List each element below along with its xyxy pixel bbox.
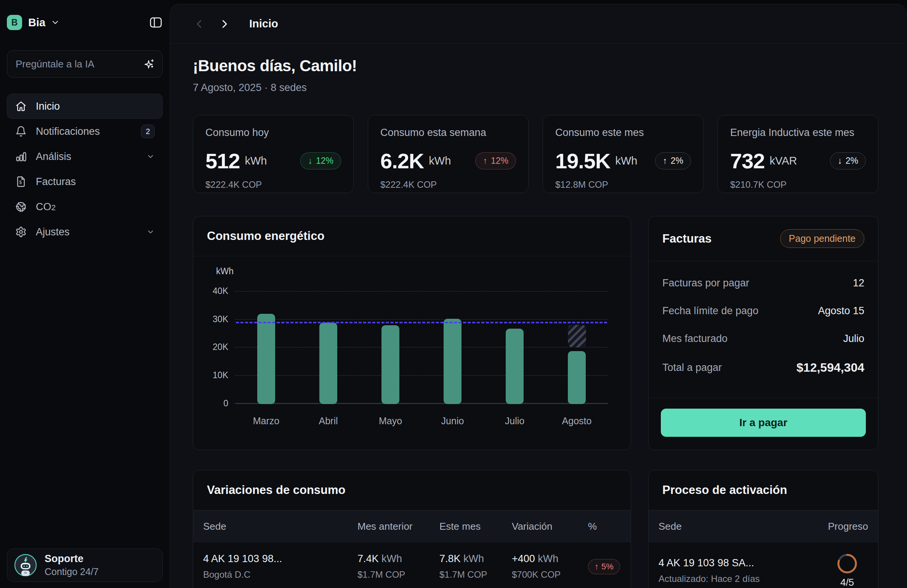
- stat-title: Consumo este mes: [555, 127, 691, 139]
- facturas-row-total: Total a pagar$12,594,304: [662, 361, 864, 375]
- ask-ai-box[interactable]: [7, 50, 163, 78]
- arrow-up-icon: ↑: [483, 156, 487, 166]
- bar-marzo[interactable]: [257, 314, 275, 404]
- y-axis-unit-label: kWh: [216, 266, 608, 276]
- delta-badge: ↑2%: [655, 152, 691, 169]
- x-tick-label: Abril: [297, 415, 359, 427]
- ask-ai-input[interactable]: [16, 58, 143, 70]
- sidebar-item-label: Análisis: [36, 151, 71, 163]
- x-tick-label: Agosto: [546, 415, 608, 427]
- sidebar-item-notificaciones[interactable]: Notificaciones 2: [7, 119, 163, 144]
- delta-badge: ↑12%: [475, 152, 516, 169]
- bar-chart-icon: [15, 151, 27, 162]
- projected-bar-agosto: [568, 325, 586, 347]
- main-panel: Inicio ¡Buenos días, Camilo! 7 Agosto, 2…: [170, 4, 907, 588]
- arrow-down-icon: ↓: [308, 156, 312, 166]
- workspace-switcher[interactable]: B Bia: [7, 14, 163, 31]
- workspace-name: Bia: [28, 16, 45, 29]
- stat-unit: kWh: [429, 155, 451, 167]
- x-tick-label: Julio: [484, 415, 546, 427]
- sidebar-item-inicio[interactable]: Inicio: [7, 94, 163, 119]
- nav-back-icon[interactable]: [194, 18, 205, 30]
- x-tick-label: Mayo: [359, 415, 421, 427]
- facturas-card: Facturas Pago pendiente Facturas por pag…: [648, 216, 878, 450]
- proceso-title: Proceso de activación: [662, 483, 787, 497]
- stat-title: Consumo hoy: [205, 127, 341, 139]
- logo-mark: B: [7, 15, 22, 30]
- table-row[interactable]: 4 AK 19 103 98... Bogotá D.C 7.4K kWh $1…: [193, 542, 631, 588]
- breadcrumb: Inicio: [249, 18, 278, 30]
- support-subtitle: Contigo 24/7: [45, 566, 99, 577]
- stat-cost: $222.4K COP: [380, 179, 516, 190]
- sidebar-nav: Inicio Notificaciones 2 Análisis $ Factu…: [7, 94, 163, 244]
- sparkles-icon: [143, 58, 155, 70]
- stat-value: 512: [205, 149, 240, 173]
- variaciones-title: Variaciones de consumo: [207, 483, 346, 497]
- sidebar-item-co2[interactable]: CO2: [7, 194, 163, 219]
- topbar: Inicio: [170, 4, 907, 44]
- sidebar-item-facturas[interactable]: $ Facturas: [7, 169, 163, 194]
- sede-name: 4 AK 19 103 98...: [203, 553, 357, 565]
- consumption-chart-card: Consumo energético kWh 010K20K30K40K Mar…: [193, 216, 631, 450]
- stat-unit: kVAR: [769, 155, 797, 167]
- stat-card-consumo-mes: Consumo este mes 19.5K kWh ↑2% $12.8M CO…: [543, 115, 703, 193]
- bar-mayo[interactable]: [381, 325, 399, 404]
- sidebar-item-label: Inicio: [36, 101, 60, 112]
- bar-julio[interactable]: [506, 329, 524, 404]
- variacion-value: +400 kWh: [512, 553, 588, 565]
- chevron-down-icon: [51, 18, 60, 27]
- invoice-icon: $: [15, 176, 27, 187]
- status-badge-pago-pendiente: Pago pendiente: [780, 229, 864, 248]
- bar-agosto[interactable]: [568, 351, 586, 404]
- sidebar-item-ajustes[interactable]: Ajustes: [7, 219, 163, 244]
- sede-updated: Actualizado: Hace 2 días: [659, 574, 826, 584]
- este-mes-value: 7.8K kWh: [439, 553, 512, 565]
- variaciones-card: Variaciones de consumo Sede Mes anterior…: [193, 470, 631, 588]
- facturas-row: Mes facturadoJulio: [662, 333, 864, 345]
- gear-icon: [15, 226, 27, 238]
- support-title: Soporte: [45, 553, 99, 565]
- stat-cost: $210.7K COP: [730, 179, 866, 190]
- nav-forward-icon[interactable]: [219, 18, 230, 30]
- sidebar-item-analisis[interactable]: Análisis: [7, 144, 163, 169]
- sidebar-item-label: Ajustes: [36, 226, 70, 238]
- chevron-down-icon: [146, 152, 155, 161]
- stat-title: Energia Inductiva este mes: [730, 127, 866, 139]
- bar-junio[interactable]: [444, 319, 462, 404]
- arrow-up-icon: ↑: [595, 562, 599, 572]
- reference-line: [236, 322, 607, 323]
- variation-pct-badge: ↑5%: [588, 559, 620, 574]
- bar-abril[interactable]: [319, 323, 337, 404]
- home-icon: [15, 101, 27, 112]
- table-row[interactable]: 4 AK 19 103 98 SA... Actualizado: Hace 2…: [649, 542, 878, 588]
- proceso-table-header: Sede Progreso: [649, 510, 878, 542]
- stat-card-energia-inductiva: Energia Inductiva este mes 732 kVAR ↓2% …: [718, 115, 878, 193]
- sidebar-item-label: Notificaciones: [36, 126, 100, 137]
- chart-title: Consumo energético: [207, 229, 324, 243]
- arrow-up-icon: ↑: [663, 156, 667, 166]
- y-tick-label: 10K: [211, 370, 228, 380]
- delta-badge: ↓2%: [830, 152, 866, 169]
- earth-icon: [15, 201, 27, 213]
- sede-name: 4 AK 19 103 98 SA...: [659, 557, 826, 569]
- sidebar-toggle-icon[interactable]: [149, 16, 163, 29]
- delta-badge: ↓12%: [300, 152, 341, 169]
- progress-label: 4/5: [826, 577, 868, 588]
- stat-card-consumo-semana: Consumo esta semana 6.2K kWh ↑12% $222.4…: [368, 115, 529, 193]
- sidebar-item-label: CO2: [36, 201, 56, 213]
- mes-anterior-value: 7.4K kWh: [357, 553, 439, 565]
- stat-unit: kWh: [245, 155, 267, 167]
- pay-button[interactable]: Ir a pagar: [661, 409, 866, 437]
- y-tick-label: 30K: [211, 314, 228, 324]
- support-robot-avatar: [14, 554, 37, 577]
- facturas-row: Facturas por pagar12: [662, 277, 864, 289]
- progress-ring: [836, 553, 858, 574]
- support-card[interactable]: Soporte Contigo 24/7: [7, 548, 163, 582]
- sidebar-item-label: Facturas: [36, 176, 76, 188]
- page-subtitle: 7 Agosto, 2025 · 8 sedes: [193, 82, 878, 94]
- chevron-down-icon: [146, 228, 155, 236]
- y-tick-label: 20K: [211, 342, 228, 352]
- stat-value: 19.5K: [555, 149, 610, 173]
- stat-unit: kWh: [615, 155, 637, 167]
- stat-card-consumo-hoy: Consumo hoy 512 kWh ↓12% $222.4K COP: [193, 115, 354, 193]
